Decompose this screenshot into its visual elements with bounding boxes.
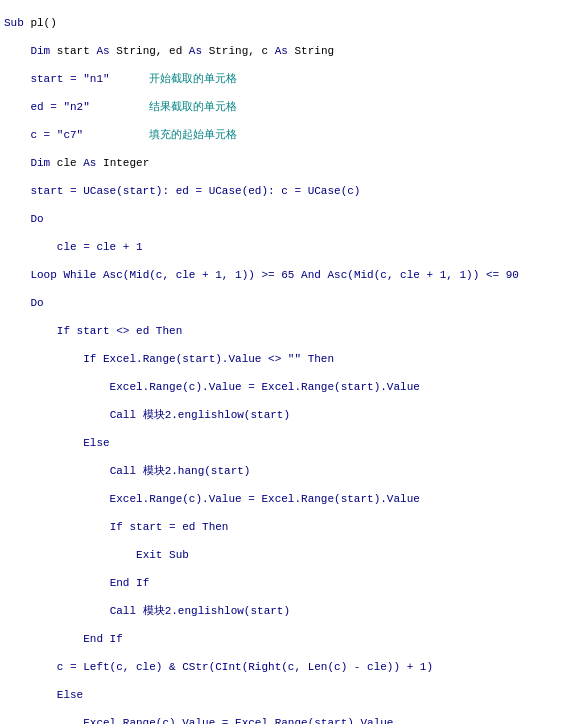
code-line: End If <box>4 632 561 646</box>
code-line: start = UCase(start): ed = UCase(ed): c … <box>4 184 561 198</box>
code-line: cle = cle + 1 <box>4 240 561 254</box>
code-line: Call 模块2.hang(start) <box>4 464 561 478</box>
code-line: Else <box>4 688 561 702</box>
code-line: Excel.Range(c).Value = Excel.Range(start… <box>4 716 561 724</box>
code-line: If start = ed Then <box>4 520 561 534</box>
code-line: Else <box>4 436 561 450</box>
code-line: If start <> ed Then <box>4 324 561 338</box>
code-line: Do <box>4 212 561 226</box>
code-line: Call 模块2.englishlow(start) <box>4 604 561 618</box>
code-line: Excel.Range(c).Value = Excel.Range(start… <box>4 492 561 506</box>
code-line: ed = "n2" 结果截取的单元格 <box>4 100 561 114</box>
code-line: End If <box>4 576 561 590</box>
code-line: Excel.Range(c).Value = Excel.Range(start… <box>4 380 561 394</box>
code-line: Call 模块2.englishlow(start) <box>4 408 561 422</box>
code-line: c = Left(c, cle) & CStr(CInt(Right(c, Le… <box>4 660 561 674</box>
code-line: Sub pl() <box>4 16 561 30</box>
code-line: Exit Sub <box>4 548 561 562</box>
code-editor: Sub pl() Dim start As String, ed As Stri… <box>0 0 565 724</box>
code-line: Dim cle As Integer <box>4 156 561 170</box>
code-line: Do <box>4 296 561 310</box>
code-line: start = "n1" 开始截取的单元格 <box>4 72 561 86</box>
code-line: Loop While Asc(Mid(c, cle + 1, 1)) >= 65… <box>4 268 561 282</box>
code-line: Dim start As String, ed As String, c As … <box>4 44 561 58</box>
code-line: c = "c7" 填充的起始单元格 <box>4 128 561 142</box>
code-line: If Excel.Range(start).Value <> "" Then <box>4 352 561 366</box>
